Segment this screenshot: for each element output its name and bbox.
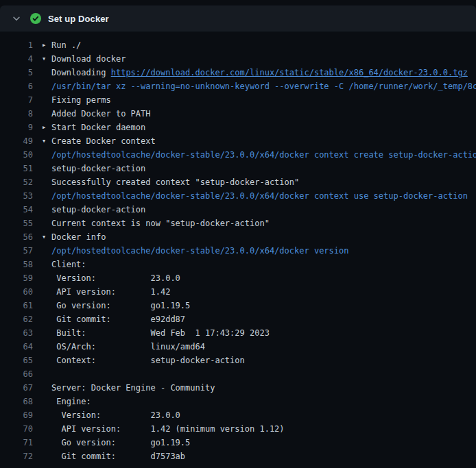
log-text: Version: 23.0.0 xyxy=(51,408,180,422)
log-text: OS/Arch: linux/amd64 xyxy=(51,340,205,354)
log-line: 72 Git commit: d7573ab xyxy=(0,449,476,463)
group-title[interactable]: Create Docker context xyxy=(51,134,156,148)
log-line: 49▼Create Docker context xyxy=(0,134,476,148)
line-number[interactable]: 9 xyxy=(0,121,33,134)
line-number[interactable]: 6 xyxy=(0,79,33,93)
log-line: 6/usr/bin/tar xz --warning=no-unknown-ke… xyxy=(0,79,476,93)
group-title[interactable]: Run ./ xyxy=(51,38,81,52)
chevron-right-icon[interactable]: ▶ xyxy=(43,38,51,52)
log-text: Version: 23.0.0 xyxy=(51,271,180,285)
log-line: 71 Go version: go1.19.5 xyxy=(0,436,476,449)
log-line: 4▼Download docker xyxy=(0,52,476,66)
line-number[interactable]: 70 xyxy=(0,422,33,436)
command-text: /opt/hostedtoolcache/docker-stable/23.0.… xyxy=(51,189,468,203)
log-text: Successfully created context "setup-dock… xyxy=(51,175,299,189)
chevron-down-icon[interactable]: ▼ xyxy=(43,52,51,66)
chevron-down-icon[interactable]: ▼ xyxy=(43,134,51,148)
log-text: Context: setup-docker-action xyxy=(51,354,245,367)
line-number[interactable]: 60 xyxy=(0,285,33,299)
log-line: 60 API version: 1.42 xyxy=(0,285,476,299)
line-number[interactable]: 65 xyxy=(0,354,33,367)
line-number[interactable]: 69 xyxy=(0,408,33,422)
log-line: 53/opt/hostedtoolcache/docker-stable/23.… xyxy=(0,189,476,203)
chevron-right-icon[interactable]: ▶ xyxy=(43,121,51,134)
line-number[interactable]: 55 xyxy=(0,217,33,230)
command-text: /opt/hostedtoolcache/docker-stable/23.0.… xyxy=(51,148,476,162)
log-line: 65 Context: setup-docker-action xyxy=(0,354,476,367)
log-text: Go version: go1.19.5 xyxy=(51,436,190,449)
log-line: 58Client: xyxy=(0,258,476,271)
group-title[interactable]: Download docker xyxy=(51,52,126,66)
success-check-icon xyxy=(30,13,41,24)
log-line: 51setup-docker-action xyxy=(0,162,476,175)
line-number[interactable]: 64 xyxy=(0,340,33,354)
log-line: 69 Version: 23.0.0 xyxy=(0,408,476,422)
line-number[interactable]: 7 xyxy=(0,93,33,107)
log-text: Git commit: d7573ab xyxy=(51,449,185,463)
line-number[interactable]: 59 xyxy=(0,271,33,285)
chevron-down-icon[interactable] xyxy=(11,13,22,24)
actions-log-page: Set up Docker 1▶Run ./4▼Download docker5… xyxy=(0,0,476,468)
log-text: Built: Wed Feb 1 17:43:29 2023 xyxy=(51,326,270,340)
line-number[interactable]: 68 xyxy=(0,395,33,408)
group-title[interactable]: Docker info xyxy=(51,230,106,244)
log-text: Engine: xyxy=(51,395,91,408)
line-number[interactable]: 54 xyxy=(0,203,33,217)
line-number[interactable]: 1 xyxy=(0,38,33,52)
chevron-down-icon[interactable]: ▼ xyxy=(43,230,51,244)
log-text: setup-docker-action xyxy=(51,203,145,217)
line-number[interactable]: 51 xyxy=(0,162,33,175)
log-line: 5Downloading https://download.docker.com… xyxy=(0,66,476,79)
log-line: 55Current context is now "setup-docker-a… xyxy=(0,217,476,230)
log-line: 66 xyxy=(0,367,476,381)
log-text: Added Docker to PATH xyxy=(51,107,151,121)
log-text: Current context is now "setup-docker-act… xyxy=(51,217,270,230)
line-number[interactable]: 66 xyxy=(0,367,33,381)
log-line: 68 Engine: xyxy=(0,395,476,408)
line-number[interactable]: 56 xyxy=(0,230,33,244)
log-line: 70 API version: 1.42 (minimum version 1.… xyxy=(0,422,476,436)
group-title[interactable]: Start Docker daemon xyxy=(51,121,145,134)
log-text: setup-docker-action xyxy=(51,162,145,175)
log-text: Go version: go1.19.5 xyxy=(51,299,190,312)
line-number[interactable]: 72 xyxy=(0,449,33,463)
log-line: 62 Git commit: e92dd87 xyxy=(0,312,476,326)
log-line: 64 OS/Arch: linux/amd64 xyxy=(0,340,476,354)
line-number[interactable]: 57 xyxy=(0,244,33,258)
line-number[interactable]: 61 xyxy=(0,299,33,312)
command-text: /usr/bin/tar xz --warning=no-unknown-key… xyxy=(51,79,476,93)
log-link[interactable]: https://download.docker.com/linux/static… xyxy=(111,66,468,79)
line-number[interactable]: 49 xyxy=(0,134,33,148)
log-line: 56▼Docker info xyxy=(0,230,476,244)
log-line: 52Successfully created context "setup-do… xyxy=(0,175,476,189)
log-text: Git commit: e92dd87 xyxy=(51,312,185,326)
line-number[interactable]: 67 xyxy=(0,381,33,395)
line-number[interactable]: 5 xyxy=(0,66,33,79)
line-number[interactable]: 53 xyxy=(0,189,33,203)
line-number[interactable]: 63 xyxy=(0,326,33,340)
log-line: 61 Go version: go1.19.5 xyxy=(0,299,476,312)
log-line: 9▶Start Docker daemon xyxy=(0,121,476,134)
command-text: /opt/hostedtoolcache/docker-stable/23.0.… xyxy=(51,244,348,258)
line-number[interactable]: 50 xyxy=(0,148,33,162)
line-number[interactable]: 52 xyxy=(0,175,33,189)
log-line: 1▶Run ./ xyxy=(0,38,476,52)
log-text: API version: 1.42 xyxy=(51,285,170,299)
line-number[interactable]: 58 xyxy=(0,258,33,271)
log-line: 7Fixing perms xyxy=(0,93,476,107)
log-text: Downloading xyxy=(51,66,111,79)
log-line: 54setup-docker-action xyxy=(0,203,476,217)
log-line: 63 Built: Wed Feb 1 17:43:29 2023 xyxy=(0,326,476,340)
line-number[interactable]: 8 xyxy=(0,107,33,121)
log-line: 67Server: Docker Engine - Community xyxy=(0,381,476,395)
line-number[interactable]: 71 xyxy=(0,436,33,449)
step-header[interactable]: Set up Docker xyxy=(0,5,476,32)
step-title: Set up Docker xyxy=(48,14,109,24)
line-number[interactable]: 62 xyxy=(0,312,33,326)
log-text: API version: 1.42 (minimum version 1.12) xyxy=(51,422,285,436)
line-number[interactable]: 4 xyxy=(0,52,33,66)
log-line: 8Added Docker to PATH xyxy=(0,107,476,121)
log-text: Client: xyxy=(51,258,86,271)
log-text: Server: Docker Engine - Community xyxy=(51,381,215,395)
log-line: 57/opt/hostedtoolcache/docker-stable/23.… xyxy=(0,244,476,258)
